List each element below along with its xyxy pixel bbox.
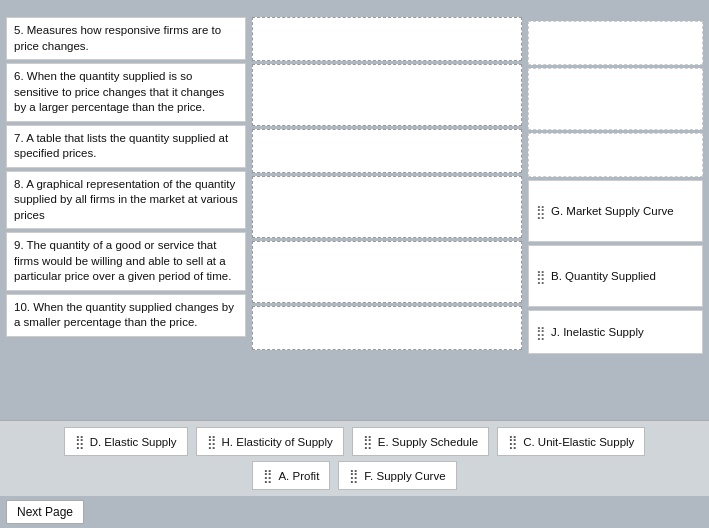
draggable-H[interactable]: ⣿ H. Elasticity of Supply	[196, 427, 344, 456]
right-zone-7[interactable]	[528, 133, 703, 177]
next-page-button[interactable]: Next Page	[6, 500, 84, 524]
drag-handle-J: ⣿	[536, 325, 546, 340]
right-zone-5[interactable]	[528, 21, 703, 65]
draggable-C[interactable]: ⣿ C. Unit-Elastic Supply	[497, 427, 645, 456]
drop-zone-5[interactable]	[252, 17, 522, 61]
drop-zone-7[interactable]	[252, 129, 522, 173]
bottom-bar: ⣿ D. Elastic Supply ⣿ H. Elasticity of S…	[0, 420, 709, 496]
middle-column	[252, 4, 522, 416]
right-column: ⣿ G. Market Supply Curve ⣿ B. Quantity S…	[528, 4, 703, 416]
left-column: 5. Measures how responsive firms are to …	[6, 4, 246, 416]
drag-handle-D: ⣿	[75, 434, 85, 449]
drop-zone-6[interactable]	[252, 64, 522, 126]
drag-handle-A: ⣿	[263, 468, 273, 483]
question-5: 5. Measures how responsive firms are to …	[6, 17, 246, 60]
drop-zone-10[interactable]	[252, 306, 522, 350]
draggable-row-1: ⣿ D. Elastic Supply ⣿ H. Elasticity of S…	[8, 427, 701, 456]
drag-handle-F: ⣿	[349, 468, 359, 483]
drop-zone-9[interactable]	[252, 241, 522, 303]
answer-B[interactable]: ⣿ B. Quantity Supplied	[528, 245, 703, 307]
right-zone-6[interactable]	[528, 68, 703, 130]
answer-J[interactable]: ⣿ J. Inelastic Supply	[528, 310, 703, 354]
question-9: 9. The quantity of a good or service tha…	[6, 232, 246, 291]
drop-zone-8[interactable]	[252, 176, 522, 238]
footer-bar: Next Page	[0, 496, 709, 528]
answer-G[interactable]: ⣿ G. Market Supply Curve	[528, 180, 703, 242]
drag-handle-C: ⣿	[508, 434, 518, 449]
draggable-E[interactable]: ⣿ E. Supply Schedule	[352, 427, 489, 456]
drag-handle-B: ⣿	[536, 269, 546, 284]
drag-handle-H: ⣿	[207, 434, 217, 449]
question-6: 6. When the quantity supplied is so sens…	[6, 63, 246, 122]
draggable-row-2: ⣿ A. Profit ⣿ F. Supply Curve	[8, 461, 701, 490]
question-10: 10. When the quantity supplied changes b…	[6, 294, 246, 337]
draggable-F[interactable]: ⣿ F. Supply Curve	[338, 461, 456, 490]
question-8: 8. A graphical representation of the qua…	[6, 171, 246, 230]
draggable-A[interactable]: ⣿ A. Profit	[252, 461, 330, 490]
draggable-D[interactable]: ⣿ D. Elastic Supply	[64, 427, 188, 456]
content-area: 5. Measures how responsive firms are to …	[0, 0, 709, 420]
question-7: 7. A table that lists the quantity suppl…	[6, 125, 246, 168]
drag-handle-G: ⣿	[536, 204, 546, 219]
main-container: 5. Measures how responsive firms are to …	[0, 0, 709, 528]
drag-handle-E: ⣿	[363, 434, 373, 449]
